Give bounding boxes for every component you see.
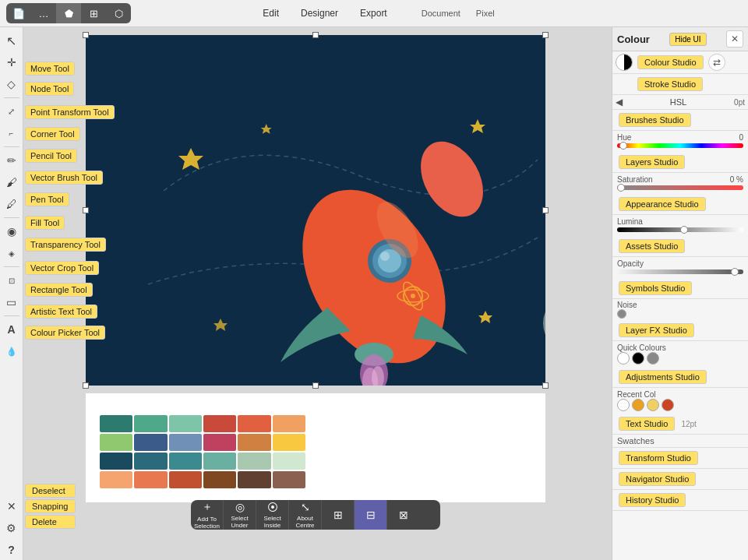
colour-cell[interactable]: [134, 434, 167, 451]
extra-btn-1[interactable]: ⊞: [322, 500, 355, 530]
text-studio-label[interactable]: Text Studio: [619, 417, 675, 431]
colour-cell[interactable]: [134, 453, 167, 470]
handle-bc[interactable]: [312, 382, 319, 389]
colour-cell[interactable]: [169, 434, 202, 451]
tab-edit[interactable]: Edit: [252, 5, 290, 22]
colour-cell[interactable]: [273, 434, 305, 451]
colour-picker-tool[interactable]: 💧: [2, 341, 22, 361]
layerfx-studio-label[interactable]: Layer FX Studio: [619, 323, 694, 337]
colour-cell[interactable]: [203, 471, 236, 488]
extra-btn-3[interactable]: ⊠: [387, 500, 420, 530]
colour-cell[interactable]: [169, 415, 202, 432]
history-studio-label[interactable]: History Studio: [619, 493, 686, 507]
snapping-item[interactable]: Snapping: [25, 499, 76, 513]
hide-ui-button[interactable]: Hide UI: [669, 33, 706, 46]
opacity-track[interactable]: [617, 269, 743, 274]
layers-studio-label[interactable]: Layers Studio: [619, 155, 685, 169]
colour-cell[interactable]: [169, 471, 202, 488]
colour-cell[interactable]: [100, 415, 132, 432]
persona-icon[interactable]: ⬟: [56, 3, 81, 23]
colour-cell[interactable]: [238, 415, 270, 432]
ellipsis-icon[interactable]: …: [31, 3, 56, 23]
colour-cell[interactable]: [100, 434, 132, 451]
close-icon[interactable]: ✕: [2, 496, 22, 516]
colour-cell[interactable]: [273, 415, 305, 432]
navigator-studio-label[interactable]: Navigator Studio: [619, 472, 696, 486]
about-centre-btn[interactable]: ⤡ About Centre: [289, 500, 322, 530]
colour-cell[interactable]: [203, 415, 236, 432]
hue-track[interactable]: [617, 143, 743, 148]
recent-colour-2[interactable]: [632, 399, 644, 411]
recent-colour-3[interactable]: [647, 399, 659, 411]
grid-icon[interactable]: ⊞: [81, 3, 106, 23]
opacity-thumb[interactable]: [731, 268, 739, 276]
pencil-tool[interactable]: ✏: [2, 150, 22, 171]
saturation-thumb[interactable]: [617, 184, 625, 192]
swap-colours-btn[interactable]: ⇄: [708, 54, 725, 71]
subnav-document[interactable]: Document: [414, 7, 468, 19]
symbols-studio-label[interactable]: Symbols Studio: [619, 281, 692, 295]
deselect-item[interactable]: Deselect: [25, 484, 76, 498]
settings-icon[interactable]: ⚙: [2, 518, 22, 538]
delete-item[interactable]: Delete: [25, 515, 76, 529]
luminance-thumb[interactable]: [680, 226, 688, 234]
node-tool[interactable]: ◇: [2, 74, 22, 94]
stroke-studio-label[interactable]: Stroke Studio: [637, 77, 703, 91]
luminance-track[interactable]: [617, 227, 743, 232]
extra-btn-2[interactable]: ⊟: [355, 500, 387, 530]
cursor-tool[interactable]: ↖: [2, 30, 22, 51]
handle-tr[interactable]: [542, 32, 549, 38]
tab-export[interactable]: Export: [349, 5, 398, 22]
vector-crop-tool[interactable]: ⊡: [2, 270, 22, 291]
handle-mr[interactable]: [542, 207, 549, 213]
nav-left-arrow[interactable]: ◀: [616, 97, 623, 107]
colour-cell[interactable]: [134, 471, 167, 488]
transparency-tool[interactable]: ◈: [2, 243, 22, 263]
pen-tool[interactable]: 🖊: [2, 194, 22, 214]
quick-colour-black[interactable]: [632, 352, 644, 365]
point-transform-tool[interactable]: ⤢: [2, 101, 22, 122]
corner-tool[interactable]: ⌐: [2, 123, 22, 143]
colour-cell[interactable]: [203, 453, 236, 470]
colour-cell[interactable]: [238, 471, 270, 488]
panel-close-btn[interactable]: ✕: [726, 30, 743, 48]
export-icon[interactable]: ⬡: [106, 3, 131, 23]
colour-studio-label[interactable]: Colour Studio: [637, 55, 704, 69]
brushes-studio-label[interactable]: Brushes Studio: [619, 113, 691, 127]
question-icon[interactable]: ?: [2, 540, 22, 560]
vector-brush-tool[interactable]: 🖌: [2, 172, 22, 192]
noise-thumb[interactable]: [617, 309, 626, 319]
colour-cell[interactable]: [273, 453, 305, 470]
artistic-text-tool[interactable]: A: [2, 319, 22, 340]
transform-studio-label[interactable]: Transform Studio: [619, 451, 698, 465]
add-to-selection-btn[interactable]: ＋ Add To Selection: [191, 500, 224, 530]
colour-cell[interactable]: [134, 415, 167, 432]
colour-cell[interactable]: [238, 434, 270, 451]
handle-br[interactable]: [542, 382, 549, 389]
tab-designer[interactable]: Designer: [290, 5, 349, 22]
file-icon[interactable]: 📄: [6, 3, 31, 23]
colour-cell[interactable]: [273, 471, 305, 488]
appearance-studio-label[interactable]: Appearance Studio: [619, 197, 706, 211]
fill-swatch[interactable]: [616, 54, 633, 71]
quick-colour-grey[interactable]: [647, 352, 659, 365]
hue-thumb[interactable]: [619, 142, 627, 150]
fill-tool[interactable]: ◉: [2, 221, 22, 241]
move-tool[interactable]: ✛: [2, 52, 22, 72]
saturation-track[interactable]: [617, 185, 743, 190]
handle-tc[interactable]: [312, 32, 319, 38]
colour-cell[interactable]: [203, 434, 236, 451]
adjustments-studio-label[interactable]: Adjustments Studio: [619, 370, 707, 384]
colour-cell[interactable]: [100, 453, 132, 470]
colour-cell[interactable]: [169, 453, 202, 470]
quick-colour-white[interactable]: [617, 352, 630, 365]
handle-ml[interactable]: [83, 207, 89, 213]
handle-bl[interactable]: [83, 382, 89, 389]
recent-colour-1[interactable]: [617, 399, 630, 411]
select-inside-btn[interactable]: ⦿ Select Inside: [256, 500, 289, 530]
recent-colour-4[interactable]: [662, 399, 674, 411]
assets-studio-label[interactable]: Assets Studio: [619, 239, 685, 253]
subnav-pixel[interactable]: Pixel: [468, 7, 503, 19]
handle-tl[interactable]: [83, 32, 89, 38]
colour-cell[interactable]: [238, 453, 270, 470]
